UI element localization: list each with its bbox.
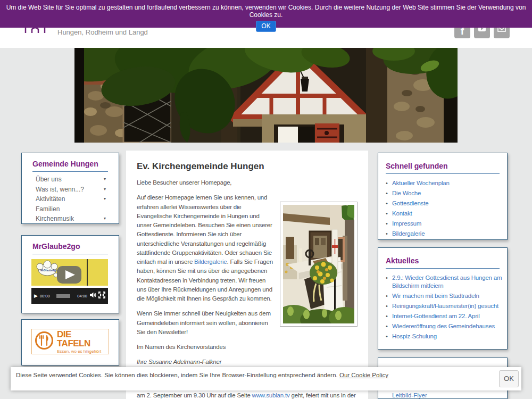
nav-item-label: Familien	[36, 205, 60, 213]
tafeln-subtitle: Essen, wo es hingehört	[57, 349, 106, 354]
intro-paragraph: Auf dieser Homepage lernen Sie uns kenne…	[137, 193, 358, 303]
cookie-bottom-text: Diese Seite verwendet Cookies. Sie könne…	[16, 372, 388, 378]
nav-title: Gemeinde Hungen	[32, 160, 108, 172]
link-aktueller-wochenplan[interactable]: Aktueller Wochenplan	[392, 180, 450, 186]
cookie-top-ok-button[interactable]: OK	[256, 21, 276, 32]
list-item: Hospiz-Schulung	[392, 331, 503, 342]
svg-text:MrGlaube2go: MrGlaube2go	[40, 269, 57, 272]
news-link-internet-gottesdienst[interactable]: Internet-Gottesdienst am 22. April	[392, 313, 480, 319]
tafeln-box: DIE TAFELN Essen, wo es hingehört	[21, 319, 119, 365]
list-item: Gottesdienste	[392, 198, 503, 209]
chevron-down-icon: ▾	[104, 186, 106, 194]
video-controls: ▶ 00:00 04:00	[31, 288, 108, 304]
cookie-bottom-message: Diese Seite verwendet Cookies. Sie könne…	[16, 372, 339, 378]
link-gottesdienste[interactable]: Gottesdienste	[392, 200, 428, 206]
nav-item-label: Was ist, wenn...?	[36, 186, 84, 194]
intro-text: Auf dieser Homepage lernen Sie uns kenne…	[137, 194, 272, 265]
video-box: MrGlaube2go MrGlaube2go ▶	[21, 235, 119, 313]
intro-text-2: . Falls Sie Fragen haben, können Sie mit…	[137, 259, 273, 302]
list-item: Kontakt	[392, 209, 503, 219]
sidebar-item-was-ist-wenn[interactable]: Was ist, wenn...? ▾	[22, 185, 119, 195]
cookie-top-text: Um die Web Site für Sie optimal zu gesta…	[0, 0, 532, 19]
chevron-down-icon: ▾	[104, 176, 106, 184]
signoff-paragraph: Im Namen des Kirchenvorstandes	[137, 343, 358, 352]
nav-item-label: Über uns	[36, 176, 62, 184]
sublan-link[interactable]: www.sublan.tv	[252, 392, 290, 398]
list-item: Wir machen mit beim Stadtradeln	[392, 291, 503, 301]
current-time: 00:00	[40, 294, 50, 298]
bildergalerie-link[interactable]: Bildergalerie	[194, 259, 227, 265]
quick-links-list: Aktueller Wochenplan Die Woche Gottesdie…	[378, 178, 507, 239]
news-link-gottesdienst-bildschirm[interactable]: 2.9.: Wieder Gottesdienst aus Hungen am …	[392, 275, 502, 289]
link-kontakt[interactable]: Kontakt	[392, 210, 412, 217]
cookie-banner-bottom: Diese Seite verwendet Cookies. Sie könne…	[11, 367, 521, 390]
news-link-stadtradeln[interactable]: Wir machen mit beim Stadtradeln	[392, 293, 479, 299]
greeting-paragraph: Liebe Besucher unserer Homepage,	[137, 178, 358, 187]
news-box: Aktuelles 2.9.: Wieder Gottesdienst aus …	[378, 247, 508, 350]
sidebar-item-familien[interactable]: Familien	[22, 204, 119, 214]
quick-links-box: Schnell gefunden Aktueller Wochenplan Di…	[378, 153, 508, 240]
list-item: Internet-Gottesdienst am 22. April	[392, 311, 503, 321]
quick-links-title: Schnell gefunden	[386, 162, 500, 174]
news-link-wiedereroeffnung[interactable]: Wiedereröffnung des Gemeindehauses	[392, 323, 495, 329]
link-impressum[interactable]: Impressum	[392, 220, 421, 227]
altar-photo	[280, 202, 358, 327]
list-item: Bildergalerie	[392, 229, 503, 239]
list-item: Wiedereröffnung des Gemeindehauses	[392, 321, 503, 331]
news-list: 2.9.: Wieder Gottesdienst aus Hungen am …	[378, 273, 507, 342]
video-player[interactable]: MrGlaube2go ▶ 00:00 04:00	[31, 259, 108, 304]
cookie-bottom-ok-button[interactable]: OK	[499, 370, 519, 387]
list-item: Reinigungskraft/Hausmeister(in) gesucht	[392, 301, 503, 311]
signature: Ihre Susanne Adelmann-Falkner	[137, 358, 358, 367]
tafeln-cutlery-icon	[35, 331, 54, 352]
news-link-reinigungskraft[interactable]: Reinigungskraft/Hausmeister(in) gesucht	[392, 303, 498, 309]
page: Hungen, Rodheim und Langd f	[0, 0, 532, 399]
link-die-woche[interactable]: Die Woche	[392, 190, 421, 196]
list-item: 2.9.: Wieder Gottesdienst aus Hungen am …	[392, 273, 503, 291]
link-bildergalerie[interactable]: Bildergalerie	[392, 230, 425, 237]
progress-bar[interactable]	[56, 294, 70, 298]
nav-item-label: Aktivitäten	[36, 195, 65, 203]
news-link-hospiz-schulung[interactable]: Hospiz-Schulung	[392, 333, 437, 339]
volume-button[interactable]	[89, 291, 96, 301]
nav-item-label: Kirchenmusik	[36, 215, 74, 223]
sidebar-item-kirchenmusik[interactable]: Kirchenmusik ▾	[22, 214, 119, 224]
list-item: Impressum	[392, 219, 503, 229]
cookie-policy-link[interactable]: Our Cookie Policy	[339, 372, 388, 378]
leitbild-flyer-link[interactable]: Leitbild-Flyer	[392, 392, 427, 398]
sidebar-nav: Gemeinde Hungen Über uns ▾ Was ist, wenn…	[21, 153, 119, 224]
play-button-overlay	[57, 266, 81, 284]
play-button[interactable]: ▶	[34, 293, 38, 298]
chevron-down-icon: ▾	[104, 195, 106, 203]
tafeln-title: DIE TAFELN	[57, 330, 106, 348]
video-title: MrGlaube2go	[32, 242, 108, 254]
tafeln-logo-link[interactable]: DIE TAFELN Essen, wo es hingehört	[31, 329, 109, 354]
video-thumbnail: MrGlaube2go	[31, 259, 108, 286]
list-item: Die Woche	[392, 188, 503, 198]
sidebar-item-ueber-uns[interactable]: Über uns ▾	[22, 174, 119, 185]
hero-image	[74, 48, 458, 143]
fullscreen-button[interactable]	[98, 291, 105, 301]
main-content: Ev. Kirchengemeinde Hungen Liebe Besuche…	[126, 151, 368, 399]
duration: 04:00	[77, 294, 87, 298]
cookie-banner-top: Um die Web Site für Sie optimal zu gesta…	[0, 0, 532, 28]
news-title: Aktuelles	[386, 256, 500, 269]
sidebar-item-aktivitaeten[interactable]: Aktivitäten ▾	[22, 194, 119, 204]
page-title: Ev. Kirchengemeinde Hungen	[137, 161, 358, 172]
nav-list: Über uns ▾ Was ist, wenn...? ▾ Aktivität…	[22, 174, 119, 224]
chevron-down-icon: ▾	[104, 215, 106, 223]
list-item: Aktueller Wochenplan	[392, 178, 503, 188]
